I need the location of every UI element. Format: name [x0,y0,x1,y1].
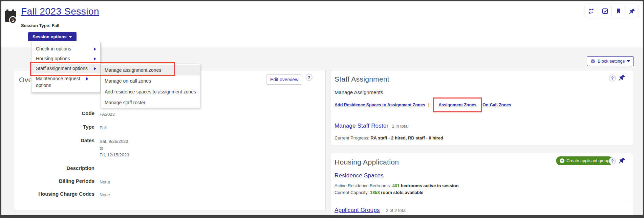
date-end: Fri, 12/15/2023 [100,152,129,158]
field-value: Fall [100,124,107,131]
date-to: to [100,145,129,152]
divider [335,201,629,201]
field-label: Type [14,124,94,131]
field-label: Description [14,165,94,171]
chevron-down-icon [627,60,630,62]
create-applicant-group-label: Create applicant group [566,158,609,163]
field-label: Billing Periods [14,178,94,186]
manage-staff-roster-link[interactable]: Manage Staff Roster [335,123,388,129]
field-value: FA2023 [100,110,115,118]
svg-text:S: S [12,18,15,23]
session-detail-page: S Fall 2023 Session Session Type: Fall S… [0,0,644,218]
swap-icon[interactable] [584,5,598,17]
menu-item-label: Maintenance request options [36,76,80,88]
pin-icon[interactable] [618,157,626,164]
menu-item-label: Check-in options [36,46,71,51]
current-capacity-stat: Current Capacity: 1858 room slots availa… [335,190,423,195]
help-icon[interactable]: ? [609,157,616,165]
bedrooms-count: 401 [392,183,400,188]
help-icon[interactable]: ? [305,74,313,81]
submenu-item-add-residence-spaces[interactable]: Add residence spaces to assignment zones [101,86,200,97]
pin-icon[interactable] [625,5,639,17]
session-calendar-icon: S [4,9,18,24]
menu-item-label: Staff assignment options [36,66,88,71]
residence-spaces-link[interactable]: Residence Spaces [335,172,384,179]
date-start: Sat, 8/26/2023 [100,138,129,145]
help-icon[interactable]: ? [609,74,616,82]
applicant-groups-link[interactable]: Applicant Groups [335,207,380,214]
chevron-right-icon [94,57,96,61]
field-label: Code [14,110,94,118]
add-residence-spaces-link[interactable]: Add Residence Spaces to Assignment Zones [335,103,425,107]
session-options-menu: Check-in options Housing options Staff a… [31,42,101,93]
field-row-dates: Dates Sat, 8/26/2023 to Fri, 12/15/2023 [14,137,204,158]
field-value: None [100,178,110,186]
roster-total-label: 2 in total [392,124,408,129]
staff-assignment-card: Staff Assignment ? Manage Assignments Ad… [330,70,633,146]
field-label: Dates [14,137,94,158]
field-value: Sat, 8/26/2023 to Fri, 12/15/2023 [100,137,129,158]
red-annotation-box-assignment-zones: Assignment Zones [433,97,482,112]
menu-item-housing-options[interactable]: Housing options [31,54,100,64]
session-options-label: Session options [33,34,66,39]
gear-icon [591,59,596,64]
active-bedrooms-stat: Active Residence Bedrooms: 401 bedrooms … [335,183,458,188]
menu-item-staff-assignment-options[interactable]: Staff assignment options [31,64,100,73]
menu-item-maintenance-request-options[interactable]: Maintenance request options [31,73,92,90]
bookmark-icon[interactable] [611,5,625,17]
submenu-item-manage-staff-roster[interactable]: Manage staff roster [101,97,200,108]
page-title-link[interactable]: Fall 2023 Session [21,6,99,17]
block-settings-button[interactable]: Block settings [587,56,634,66]
menu-item-check-in-options[interactable]: Check-in options [31,44,100,54]
session-type-label: Session Type: Fall [21,23,59,28]
bedrooms-label: Active Residence Bedrooms: [335,183,392,188]
field-row-housing-charge-codes: Housing Charge Codes None [14,191,204,198]
edit-overview-button[interactable]: Edit overview [266,74,302,85]
submenu-item-manage-on-call-zones[interactable]: Manage on-call zones [101,75,200,86]
chevron-down-icon [69,36,72,38]
create-applicant-group-button[interactable]: + Create applicant group [556,156,613,165]
capacity-suffix: room slots available [380,190,424,195]
manage-assignments-heading: Manage Assignments [335,89,383,95]
submenu-item-manage-assignment-zones[interactable]: Manage assignment zones [101,65,200,75]
current-progress-row: Current Progress: RA staff - 2 hired, RD… [335,135,443,140]
field-label: Housing Charge Codes [14,191,94,198]
staff-assignment-submenu: Manage assignment zones Manage on-call z… [101,64,200,108]
assignment-links-row: Add Residence Spaces to Assignment Zones… [335,102,511,108]
staff-assignment-title: Staff Assignment [335,75,389,83]
on-call-zones-link[interactable]: On-Call Zones [482,103,511,107]
plus-circle-icon: + [560,158,564,163]
chevron-right-icon [94,67,96,70]
menu-item-label: Housing options [36,56,70,61]
field-row-billing-periods: Billing Periods None [14,178,204,186]
field-row-type: Type Fall [14,124,204,131]
roster-row: Manage Staff Roster 2 in total [335,123,409,129]
capacity-label: Current Capacity: [335,190,370,195]
chevron-right-icon [94,47,96,51]
field-row-code: Code FA2023 [14,110,204,118]
progress-value: RA staff - 2 hired, RD staff - 0 hired [370,135,443,140]
chevron-right-icon [86,77,88,81]
housing-application-card: Housing Application + Create applicant g… [330,153,633,217]
tasks-check-icon[interactable] [598,5,611,17]
session-options-button[interactable]: Session options [28,32,77,41]
housing-application-title: Housing Application [335,158,399,166]
progress-label: Current Progress: [335,135,370,140]
field-row-description: Description [14,165,204,171]
applicant-groups-total: 2 of 2 total [386,208,407,213]
block-settings-label: Block settings [598,59,625,64]
pin-icon[interactable] [618,74,626,81]
bedrooms-suffix: bedrooms active in session [400,183,458,188]
field-value: None [100,191,110,198]
link-separator: | [428,103,430,107]
applicant-groups-row: Applicant Groups 2 of 2 total [335,207,406,214]
quick-actions-toolbar [584,5,639,17]
capacity-count: 1858 [370,190,380,195]
assignment-zones-link[interactable]: Assignment Zones [438,103,476,107]
